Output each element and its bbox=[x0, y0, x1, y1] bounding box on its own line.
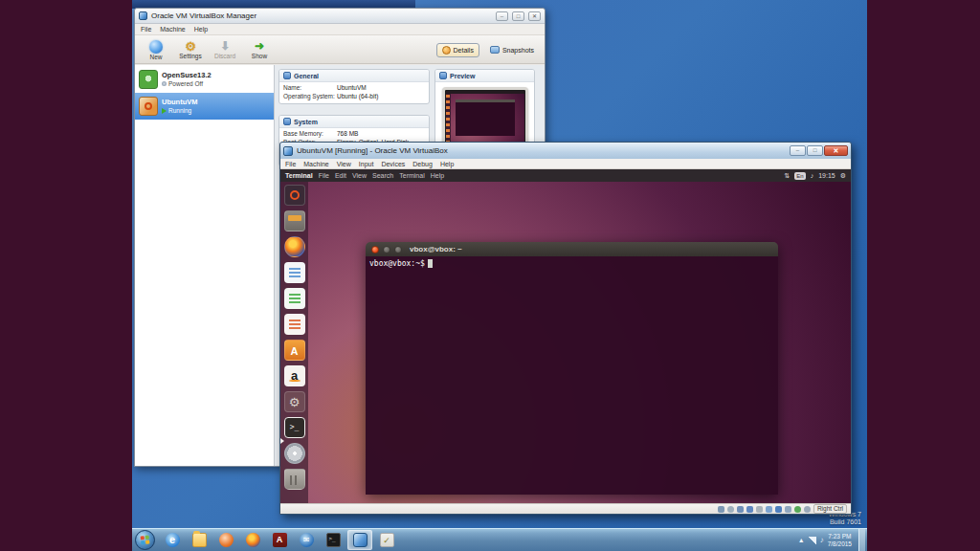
snapshots-view-button[interactable]: Snapshots bbox=[485, 44, 539, 55]
internet-explorer-icon[interactable] bbox=[160, 530, 185, 550]
vm-minimize-button[interactable]: – bbox=[790, 145, 806, 156]
features-icon[interactable] bbox=[794, 506, 801, 513]
menu-help[interactable]: Help bbox=[194, 26, 208, 33]
vm-menu-file[interactable]: File bbox=[285, 161, 296, 167]
explorer-folder-icon[interactable] bbox=[187, 530, 212, 550]
vm-menu-input[interactable]: Input bbox=[359, 161, 374, 167]
system-tray: ▲ ♪ 7:23 PM 7/8/2015 bbox=[798, 529, 867, 551]
notes-icon[interactable] bbox=[374, 530, 399, 550]
keyboard-indicator[interactable]: En bbox=[794, 172, 805, 180]
terminal-close-icon[interactable] bbox=[371, 246, 379, 253]
ubuntu-menu-file[interactable]: File bbox=[319, 172, 329, 179]
menu-file[interactable]: File bbox=[141, 26, 151, 33]
new-vm-button[interactable]: New bbox=[139, 40, 173, 60]
running-icon bbox=[162, 108, 167, 114]
vm-list-item-opensuse[interactable]: OpenSuse13.2 Powered Off bbox=[135, 66, 274, 93]
ubuntu-launcher bbox=[280, 182, 308, 503]
menu-machine[interactable]: Machine bbox=[160, 26, 185, 33]
disc-icon[interactable] bbox=[284, 443, 305, 464]
snapshots-camera-icon bbox=[490, 46, 500, 54]
network-indicator-icon[interactable]: ⇅ bbox=[784, 172, 790, 180]
hard-disk-icon[interactable] bbox=[718, 506, 724, 513]
software-center-icon[interactable] bbox=[284, 340, 305, 361]
audio-icon[interactable] bbox=[737, 506, 744, 513]
maximize-button[interactable]: □ bbox=[512, 11, 524, 21]
show-desktop-button[interactable] bbox=[858, 529, 865, 551]
ubuntu-menu-terminal[interactable]: Terminal bbox=[399, 172, 424, 179]
terminal-icon[interactable] bbox=[284, 417, 305, 438]
files-icon[interactable] bbox=[284, 210, 305, 231]
show-button[interactable]: ➜ Show bbox=[242, 40, 277, 59]
ubuntu-menu-edit[interactable]: Edit bbox=[335, 172, 346, 179]
trash-icon[interactable] bbox=[284, 469, 305, 490]
media-player-icon[interactable] bbox=[213, 530, 238, 550]
volume-icon[interactable]: ♪ bbox=[811, 172, 814, 179]
libreoffice-writer-icon[interactable] bbox=[284, 262, 305, 283]
general-icon bbox=[283, 72, 291, 79]
preview-topbar bbox=[446, 91, 524, 94]
libreoffice-calc-icon[interactable] bbox=[284, 288, 305, 309]
vm-maximize-button[interactable]: □ bbox=[807, 145, 823, 156]
new-vm-icon bbox=[149, 40, 163, 54]
firefox-taskbar-icon[interactable] bbox=[240, 530, 265, 550]
amazon-icon[interactable] bbox=[284, 365, 305, 386]
details-view-button[interactable]: Details bbox=[436, 43, 479, 57]
general-header[interactable]: General bbox=[279, 70, 429, 82]
vm-window-title: UbuntuVM [Running] - Oracle VM VirtualBo… bbox=[297, 146, 786, 155]
adobe-reader-icon[interactable] bbox=[267, 530, 292, 550]
terminal-minimize-icon[interactable] bbox=[383, 246, 390, 253]
taskbar-clock[interactable]: 7:23 PM 7/8/2015 bbox=[828, 533, 852, 548]
mouse-icon[interactable] bbox=[804, 506, 811, 513]
minimize-button[interactable]: – bbox=[496, 11, 508, 21]
close-button[interactable]: ✕ bbox=[528, 11, 541, 21]
vm-close-button[interactable]: ✕ bbox=[824, 145, 848, 156]
settings-gear-icon: ⚙ bbox=[185, 40, 196, 53]
thunderbird-icon[interactable] bbox=[294, 530, 319, 550]
vm-menu-help[interactable]: Help bbox=[440, 161, 454, 167]
terminal-titlebar[interactable]: vbox@vbox: ~ bbox=[366, 242, 778, 256]
system-icon bbox=[283, 118, 291, 125]
dash-icon[interactable] bbox=[284, 185, 305, 206]
video-capture-icon[interactable] bbox=[785, 506, 791, 513]
firefox-icon[interactable] bbox=[284, 236, 305, 257]
general-group: General Name:UbuntuVM Operating System:U… bbox=[278, 69, 430, 104]
terminal-maximize-icon[interactable] bbox=[394, 246, 402, 253]
manager-toolbar: New ⚙ Settings ⬇ Discard ➜ Show Details bbox=[135, 35, 545, 64]
optical-disc-icon[interactable] bbox=[727, 506, 734, 513]
discard-arrow-icon: ⬇ bbox=[220, 40, 230, 53]
general-name-value: UbuntuVM bbox=[337, 84, 425, 93]
system-header[interactable]: System bbox=[279, 116, 429, 128]
vm-menu-debug[interactable]: Debug bbox=[412, 161, 433, 167]
vm-menu-machine[interactable]: Machine bbox=[303, 161, 328, 167]
vm-menu-view[interactable]: View bbox=[337, 161, 351, 167]
tray-expand-icon[interactable]: ▲ bbox=[798, 537, 805, 543]
vm-window-titlebar[interactable]: UbuntuVM [Running] - Oracle VM VirtualBo… bbox=[280, 143, 851, 159]
general-os-value: Ubuntu (64-bit) bbox=[337, 93, 425, 101]
tray-network-icon[interactable] bbox=[809, 537, 816, 544]
shared-folders-icon[interactable] bbox=[766, 506, 772, 513]
libreoffice-impress-icon[interactable] bbox=[284, 314, 305, 335]
usb-icon[interactable] bbox=[756, 506, 763, 513]
terminal-body[interactable]: vbox@vbox:~$ bbox=[366, 256, 778, 495]
vm-menu-devices[interactable]: Devices bbox=[381, 161, 405, 167]
virtualbox-logo-icon bbox=[139, 11, 147, 20]
tray-volume-icon[interactable]: ♪ bbox=[820, 537, 824, 544]
ubuntu-menu-help[interactable]: Help bbox=[431, 172, 444, 179]
display-icon[interactable] bbox=[775, 506, 782, 513]
virtualbox-taskbar-icon[interactable] bbox=[347, 530, 372, 550]
system-settings-icon[interactable] bbox=[284, 391, 305, 412]
preview-header[interactable]: Preview bbox=[435, 70, 534, 82]
session-gear-icon[interactable]: ⚙ bbox=[840, 172, 846, 180]
start-button[interactable] bbox=[135, 530, 155, 550]
network-icon[interactable] bbox=[746, 506, 753, 513]
details-icon bbox=[442, 46, 451, 55]
ubuntu-menu-search[interactable]: Search bbox=[372, 172, 393, 179]
manager-titlebar[interactable]: Oracle VM VirtualBox Manager – □ ✕ bbox=[135, 9, 545, 24]
command-prompt-icon[interactable] bbox=[321, 530, 345, 550]
host-key-indicator: Right Ctrl bbox=[813, 504, 847, 514]
vm-list-item-ubuntu[interactable]: UbuntuVM Running bbox=[135, 93, 274, 120]
settings-button[interactable]: ⚙ Settings bbox=[173, 40, 208, 59]
panel-clock[interactable]: 19:15 bbox=[818, 172, 835, 179]
discard-button[interactable]: ⬇ Discard bbox=[208, 40, 242, 59]
ubuntu-menu-view[interactable]: View bbox=[352, 172, 367, 179]
